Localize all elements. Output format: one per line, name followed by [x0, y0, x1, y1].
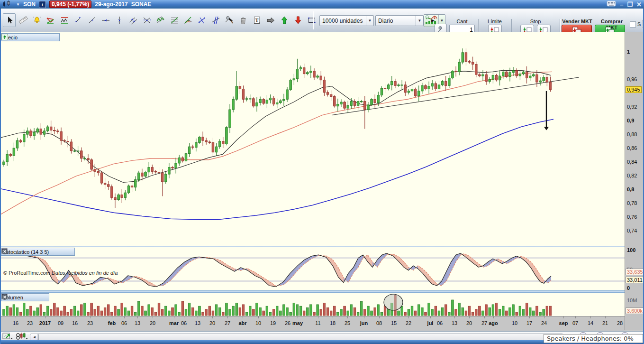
candlestick-chart-icon[interactable] [2, 0, 13, 9]
wrench-icon[interactable] [50, 249, 57, 255]
date-tick-mark [563, 316, 564, 318]
timeframe-dropdown[interactable]: Diario ▼ [375, 15, 424, 26]
medium-moving-average-line [0, 72, 552, 214]
date-tick-label: 16 [72, 320, 78, 326]
dropdown-caret-icon[interactable]: ▼ [416, 16, 423, 26]
alarm-tool[interactable] [30, 13, 43, 27]
cursor-tool[interactable] [3, 13, 16, 27]
date-tick-label: 09 [58, 320, 63, 326]
date-tick-label: 18 [330, 320, 336, 326]
symbol-label: SON [23, 1, 36, 8]
zigzag-tool[interactable] [154, 13, 167, 27]
zigzag-pattern-tool[interactable] [58, 13, 71, 27]
date-tick-mark [318, 316, 318, 318]
date-tick-mark [30, 316, 30, 318]
fan-icon [142, 15, 152, 25]
dropdown-caret-icon[interactable]: ▼ [366, 16, 373, 26]
fibonacci-retracement-tool[interactable] [168, 13, 181, 27]
object-tools-button[interactable] [223, 13, 236, 27]
quantity-column-label: Cant [448, 19, 476, 25]
buy-arrow-mini-button[interactable] [51, 34, 58, 40]
ruler-tool[interactable] [17, 13, 29, 27]
text-tool[interactable]: T [250, 13, 263, 27]
quantity-dropdown[interactable]: 10000 unidades ▼ [319, 15, 374, 26]
stop-column-label: Stop [513, 19, 558, 25]
arrow-down-tool[interactable] [291, 13, 304, 27]
pattern-icon [45, 15, 56, 25]
date-tick-label: 20 [466, 320, 472, 326]
channel-tool[interactable] [127, 13, 139, 27]
date-tick-mark [515, 316, 515, 318]
price-axis-label: 0,84 [627, 159, 637, 165]
close-button[interactable]: ✕ [636, 1, 642, 8]
value-axis-column[interactable]: 0,945 100 50 33,635 33,011 0 10M 3.600k … [625, 32, 644, 330]
pointline-icon [197, 15, 207, 25]
delete-line-tool[interactable] [209, 13, 222, 27]
window-icon[interactable] [33, 294, 39, 300]
fibonacci-arcs-tool[interactable] [181, 13, 194, 27]
date-tick-mark [16, 316, 16, 318]
drawing-tools-group: T [3, 13, 345, 27]
stochastic-panel[interactable]: Estocástico (14 3 5) [0, 247, 625, 290]
date-tick-label: 13 [195, 320, 200, 326]
pattern-detector-tool[interactable] [44, 13, 57, 27]
date-tick-label: 16 [13, 320, 18, 326]
volume-value-badge: 3.600k [626, 307, 644, 314]
stop-checkbox-row: S 10 [630, 20, 644, 28]
stochastic-panel-title: Estocástico (14 3 5) [3, 249, 49, 255]
rectshape-icon [307, 15, 317, 25]
stochastic-svg [0, 247, 625, 290]
date-tick-mark [243, 316, 243, 318]
date-tick-label: 13 [135, 320, 140, 326]
stoch-k-value-badge: 33,011 [626, 277, 644, 283]
timeframe-value: Diario [378, 18, 393, 24]
window-icon[interactable] [58, 249, 65, 255]
volume-ellipse-annotation[interactable] [384, 294, 403, 310]
tools-icon [224, 15, 235, 25]
drawing-toolbar: T 10000 unidades ▼ Diario ▼ ▼ ▶ Cant [0, 9, 644, 32]
fan-lines-tool[interactable] [140, 13, 153, 27]
horizontal-line-tool[interactable] [99, 13, 112, 27]
arrowright-icon [265, 15, 276, 25]
info-icon[interactable]: i [39, 1, 46, 8]
window-icon[interactable] [27, 34, 34, 40]
date-axis[interactable]: 16232017091623feb061320mar06132027abr101… [0, 316, 644, 331]
chart-type-caret-icon[interactable]: ▼ [16, 2, 20, 7]
sell-arrow-mini-button[interactable] [43, 34, 50, 40]
minimize-button[interactable]: – [620, 1, 623, 8]
delete-objects-button[interactable] [236, 13, 249, 27]
horizontal-scrollbar-track[interactable] [37, 333, 563, 340]
keyboard-icon[interactable] [607, 0, 616, 8]
date-tick-mark [75, 316, 75, 318]
date-tick-mark [408, 316, 409, 318]
volume-panel[interactable]: Volumen [0, 293, 625, 316]
close-panel-icon[interactable] [66, 249, 73, 255]
segment-tool[interactable] [72, 13, 84, 27]
free-line-tool[interactable] [195, 13, 208, 27]
date-tick-mark [198, 316, 198, 318]
rectangle-tool[interactable] [305, 13, 318, 27]
zigzag-icon [155, 15, 166, 25]
volume-axis-10m: 10M [627, 298, 637, 303]
s-checkbox[interactable] [630, 21, 636, 28]
wrench-icon[interactable] [25, 294, 31, 300]
price-axis-label: 0,86 [627, 145, 637, 151]
date-tick-label: 06 [437, 320, 443, 326]
arrow-right-tool[interactable] [264, 13, 277, 27]
date-tick-label: 10 [255, 320, 261, 326]
close-panel-icon[interactable] [41, 294, 47, 300]
price-chart-panel[interactable]: Precio © ProRealTime.com Datos recibidos… [0, 32, 625, 246]
date-tick-label: 08 [376, 320, 382, 326]
arrow-up-tool[interactable] [278, 13, 290, 27]
close-panel-icon[interactable] [35, 34, 42, 40]
vertical-line-tool[interactable] [113, 13, 126, 27]
date-tick-mark [174, 316, 174, 318]
trendline-tool[interactable] [85, 13, 98, 27]
down-arrow-annotation[interactable] [544, 91, 549, 130]
price-panel-tab: Precio [1, 33, 60, 41]
wrench-icon[interactable] [19, 34, 26, 40]
date-tick-label: 10 [512, 320, 517, 326]
date-tick-mark [620, 316, 620, 318]
date-tick-label: 14 [588, 320, 593, 326]
restore-button[interactable]: ❐ [627, 1, 633, 8]
